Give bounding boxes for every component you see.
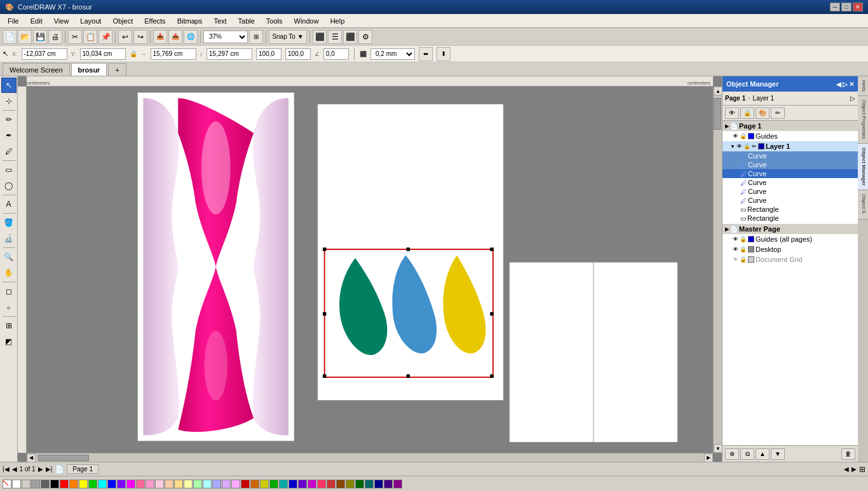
om-page1-row[interactable]: ▶ 📄 Page 1	[722, 121, 858, 131]
v-scroll-thumb[interactable]	[714, 98, 721, 130]
om-curve4-row[interactable]: 🖊 Curve	[722, 178, 858, 187]
om-close[interactable]: ✕	[849, 81, 854, 88]
page-nav-next[interactable]: ▶	[38, 466, 43, 473]
print-button[interactable]: 🖨	[48, 30, 62, 44]
tab-object-s[interactable]: Object S.	[858, 190, 868, 219]
color-darkindigo[interactable]	[384, 480, 393, 488]
zoom-tool[interactable]: 🔍	[1, 249, 17, 265]
color-indigo[interactable]	[298, 480, 307, 488]
interactive-fill[interactable]: ◻	[1, 284, 17, 299]
tab-add[interactable]: +	[108, 63, 126, 76]
pct1-input[interactable]	[256, 48, 281, 60]
angle-input[interactable]	[323, 48, 349, 60]
menu-view[interactable]: View	[49, 16, 74, 26]
om-rect2-row[interactable]: ▭ Rectangle	[722, 214, 858, 223]
color-darkpurple[interactable]	[393, 480, 402, 488]
page-nav-prev[interactable]: ◀	[12, 466, 17, 473]
options-btn[interactable]: ⚙	[358, 30, 372, 44]
pan-tool[interactable]: ✋	[1, 265, 17, 280]
tab-hints[interactable]: Hints	[858, 76, 868, 96]
fill-tool[interactable]: 🪣	[1, 215, 17, 230]
cut-button[interactable]: ✂	[68, 30, 82, 44]
text-tool[interactable]: A	[1, 197, 17, 212]
menu-layout[interactable]: Layout	[75, 16, 106, 26]
tab-object-properties[interactable]: Object Properties	[858, 96, 868, 144]
v-scrollbar[interactable]: ▲ ▼	[713, 86, 722, 453]
h-scrollbar[interactable]: ◀ ▶	[27, 453, 713, 462]
close-button[interactable]: ✕	[853, 3, 863, 11]
color-pink[interactable]	[146, 480, 154, 488]
color-purple[interactable]	[117, 480, 126, 488]
v-scroll-up[interactable]: ▲	[714, 86, 722, 95]
pct2-input[interactable]	[285, 48, 311, 60]
color-brick[interactable]	[327, 480, 336, 488]
color-gray[interactable]	[31, 480, 40, 488]
shape-tool[interactable]: ⊹	[1, 93, 17, 109]
color-navyblue[interactable]	[288, 480, 297, 488]
om-curve3-row[interactable]: 🖊 Curve	[722, 169, 858, 178]
color-darkgreen[interactable]	[269, 480, 278, 488]
zoom-select[interactable]: 37% 50% 100%	[203, 31, 248, 43]
h-scroll-left[interactable]: ◀	[27, 453, 36, 462]
om-layer1-row[interactable]: ▼ 👁 🔒 ✏ Layer 1	[722, 141, 858, 151]
align-right-btn[interactable]: ⬛	[343, 30, 357, 44]
h-scroll-right[interactable]: ▶	[704, 453, 713, 462]
new-button[interactable]: 📄	[3, 30, 17, 44]
om-delete[interactable]: 🗑	[841, 448, 855, 460]
menu-file[interactable]: File	[3, 16, 24, 26]
h-scroll-thumb[interactable]	[38, 455, 89, 461]
redo-button[interactable]: ↪	[133, 30, 147, 44]
color-magenta[interactable]	[126, 480, 135, 488]
tab-brosur[interactable]: brosur	[71, 63, 107, 76]
om-curve5-row[interactable]: 🖊 Curve	[722, 187, 858, 196]
color-brown[interactable]	[250, 480, 259, 488]
om-guides-row[interactable]: 👁 🔒 Guides	[722, 131, 858, 141]
om-arrow-left[interactable]: ◀	[836, 81, 841, 88]
maximize-button[interactable]: □	[841, 3, 851, 11]
color-peach[interactable]	[165, 480, 173, 488]
v-scroll-down[interactable]: ▼	[714, 444, 722, 453]
color-lightpink[interactable]	[155, 480, 164, 488]
import-button[interactable]: 📥	[153, 30, 167, 44]
color-lightblue[interactable]	[212, 480, 221, 488]
menu-object[interactable]: Object	[107, 16, 138, 26]
page-nav-start[interactable]: |◀	[3, 466, 10, 473]
color-lightgray[interactable]	[22, 480, 31, 488]
masterpage-expand[interactable]: ▶	[725, 226, 729, 232]
window-controls[interactable]: ─ □ ✕	[830, 3, 863, 11]
freehand-tool[interactable]: ✏	[1, 112, 17, 127]
om-move-down[interactable]: ▼	[771, 448, 785, 460]
om-color-all[interactable]: 🎨	[756, 107, 770, 119]
color-lightgreen[interactable]	[193, 480, 202, 488]
om-guides-all-row[interactable]: 👁 🔒 Guides (all pages)	[722, 234, 858, 244]
color-red[interactable]	[60, 480, 69, 488]
h-input[interactable]	[207, 48, 252, 60]
color-darkred[interactable]	[241, 480, 250, 488]
copy-button[interactable]: 📋	[83, 30, 97, 44]
color-darkmagenta[interactable]	[308, 480, 316, 488]
color-black[interactable]	[50, 480, 59, 488]
page-tab1[interactable]: Page 1	[67, 464, 98, 474]
menu-table[interactable]: Table	[233, 16, 260, 26]
om-masterpage-row[interactable]: ▶ 📄 Master Page	[722, 224, 858, 234]
color-paleyellow[interactable]	[184, 480, 193, 488]
tab-welcome[interactable]: Welcome Screen	[3, 63, 70, 76]
menu-help[interactable]: Help	[325, 16, 350, 26]
color-darknavy[interactable]	[374, 480, 383, 488]
mirror-v-btn[interactable]: ⬍	[437, 47, 451, 61]
nav-right-arrow[interactable]: ▷	[850, 95, 855, 102]
y-input[interactable]	[80, 48, 126, 60]
menu-tools[interactable]: Tools	[261, 16, 288, 26]
om-move-up[interactable]: ▲	[756, 448, 770, 460]
ellipse-tool[interactable]: ◯	[1, 178, 17, 193]
color-darkolive[interactable]	[346, 480, 355, 488]
menu-edit[interactable]: Edit	[25, 16, 48, 26]
line-select[interactable]: 0,2 mm	[370, 48, 415, 60]
color-blue[interactable]	[107, 480, 116, 488]
om-rect1-row[interactable]: ▭ Rectangle	[722, 205, 858, 214]
om-arrow-right[interactable]: ▷	[843, 81, 848, 88]
export-button[interactable]: 📤	[168, 30, 182, 44]
page-zoom-fit[interactable]: ⊞	[859, 465, 865, 474]
color-orange[interactable]	[69, 480, 78, 488]
undo-button[interactable]: ↩	[118, 30, 132, 44]
